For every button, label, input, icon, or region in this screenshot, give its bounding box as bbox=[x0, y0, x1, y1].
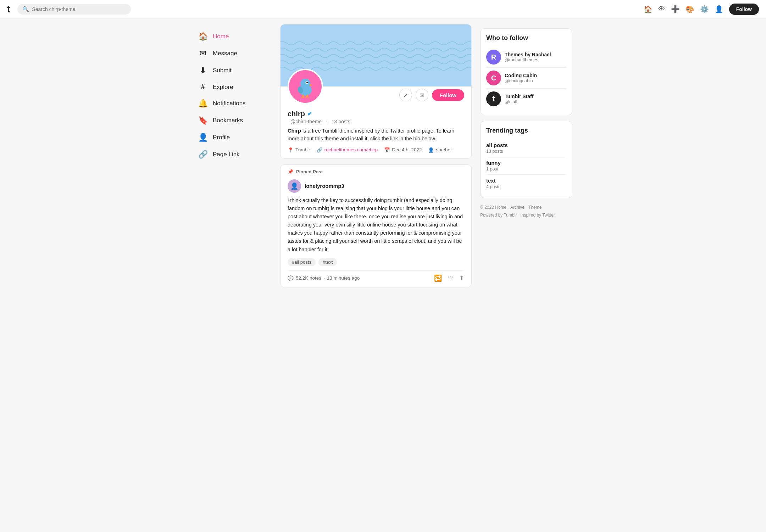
pinned-label: Pinned Post bbox=[296, 169, 323, 174]
avatar bbox=[288, 69, 323, 104]
follow-handle-1: @codingcabin bbox=[505, 78, 566, 83]
follow-handle-2: @staff bbox=[505, 99, 566, 104]
follow-avatar-1: C bbox=[486, 71, 501, 85]
sidebar-label-message: Message bbox=[213, 50, 237, 57]
who-to-follow-widget: Who to follow R Themes by Rachael @racha… bbox=[480, 28, 572, 115]
bookmarks-icon: 🔖 bbox=[198, 116, 208, 125]
follow-item-0[interactable]: R Themes by Rachael @rachaelthemes bbox=[486, 47, 566, 67]
sidebar-item-submit[interactable]: ⬇ Submit bbox=[194, 62, 272, 79]
profile-location: 📍 Tumblr bbox=[288, 147, 310, 153]
location-icon: 📍 bbox=[288, 147, 294, 153]
follow-item-1[interactable]: C Coding Cabin @codingcabin bbox=[486, 68, 566, 88]
share-post-icon[interactable]: ⬆ bbox=[459, 274, 464, 282]
trending-tag-0[interactable]: all posts bbox=[486, 142, 566, 148]
follow-item-2[interactable]: t Tumblr Staff @staff bbox=[486, 89, 566, 109]
follow-info-0: Themes by Rachael @rachaelthemes bbox=[505, 52, 566, 62]
sidebar-label-bookmarks: Bookmarks bbox=[213, 117, 243, 124]
footer-link-home[interactable]: Home bbox=[495, 205, 506, 210]
pinned-header: 📌 Pinned Post bbox=[281, 165, 471, 174]
post-inner: 👤 lonelyroommp3 i think actually the key… bbox=[281, 174, 471, 287]
profile-icon: 👤 bbox=[198, 133, 208, 142]
home-icon: 🏠 bbox=[198, 32, 208, 41]
reblog-icon[interactable]: 🔁 bbox=[434, 274, 442, 282]
notes-separator: · bbox=[323, 275, 325, 281]
post-tags: #all posts #text bbox=[288, 258, 464, 266]
sidebar-item-notifications[interactable]: 🔔 Notifications bbox=[194, 95, 272, 112]
page-layout: 🏠 Home ✉ Message ⬇ Submit # Explore 🔔 No… bbox=[188, 0, 578, 287]
trending-item-2[interactable]: text 4 posts bbox=[486, 175, 566, 192]
submit-icon: ⬇ bbox=[198, 66, 208, 75]
post-author-avatar: 👤 bbox=[288, 179, 301, 193]
sidebar-label-pagelink: Page Link bbox=[213, 151, 240, 158]
footer: © 2022 Home Archive Theme Powered by Tum… bbox=[480, 204, 572, 219]
link-icon: 🔗 bbox=[317, 147, 323, 153]
profile-card: ↗ ✉ Follow chirp ✔ @chirp-theme · 13 pos… bbox=[280, 24, 472, 159]
sidebar-item-bookmarks[interactable]: 🔖 Bookmarks bbox=[194, 112, 272, 129]
profile-name: chirp ✔ bbox=[288, 110, 464, 118]
sidebar-item-pagelink[interactable]: 🔗 Page Link bbox=[194, 146, 272, 163]
topnav-icons: 🏠 👁 ➕ 🎨 ⚙️ 👤 Follow bbox=[644, 4, 759, 15]
eye-nav-icon[interactable]: 👁 bbox=[658, 5, 665, 13]
palette-nav-icon[interactable]: 🎨 bbox=[685, 5, 694, 13]
follow-handle-0: @rachaelthemes bbox=[505, 57, 566, 62]
post-author-row: 👤 lonelyroommp3 bbox=[288, 179, 464, 193]
sidebar-label-profile: Profile bbox=[213, 134, 230, 141]
profile-follow-button[interactable]: Follow bbox=[432, 89, 465, 101]
trending-item-1[interactable]: funny 1 post bbox=[486, 157, 566, 175]
profile-website[interactable]: 🔗 rachaelthemes.com/chirp bbox=[317, 147, 378, 153]
sidebar-label-submit: Submit bbox=[213, 67, 232, 74]
trending-item-0[interactable]: all posts 13 posts bbox=[486, 139, 566, 157]
trending-count-2: 4 posts bbox=[486, 184, 566, 189]
tag-text[interactable]: #text bbox=[318, 258, 337, 266]
trending-tag-1[interactable]: funny bbox=[486, 160, 566, 166]
logo: t bbox=[7, 4, 10, 15]
message-icon: ✉ bbox=[198, 49, 208, 58]
message-button[interactable]: ✉ bbox=[416, 89, 428, 101]
profile-info-row: ↗ ✉ Follow bbox=[281, 69, 471, 108]
sidebar-item-explore[interactable]: # Explore bbox=[194, 79, 272, 95]
profile-bio: Chirp is a free Tumblr theme inspired by… bbox=[288, 127, 464, 143]
tag-all-posts[interactable]: #all posts bbox=[288, 258, 316, 266]
post-count: · 13 posts bbox=[326, 119, 350, 124]
sidebar-item-profile[interactable]: 👤 Profile bbox=[194, 129, 272, 146]
footer-link-archive[interactable]: Archive bbox=[510, 205, 524, 210]
like-icon[interactable]: ♡ bbox=[448, 274, 453, 282]
footer-line-2: Powered by Tumblr Inspired by Twitter bbox=[480, 212, 572, 219]
post-actions: 🔁 ♡ ⬆ bbox=[434, 274, 464, 282]
home-nav-icon[interactable]: 🏠 bbox=[644, 5, 653, 13]
follow-name-1: Coding Cabin bbox=[505, 73, 566, 78]
share-button[interactable]: ↗ bbox=[399, 89, 412, 101]
footer-line-1: © 2022 Home Archive Theme bbox=[480, 204, 572, 212]
sidebar-label-home: Home bbox=[213, 33, 229, 40]
pin-icon: 📌 bbox=[288, 169, 293, 174]
trending-title: Trending tags bbox=[486, 127, 566, 134]
person-nav-icon[interactable]: 👤 bbox=[715, 5, 723, 13]
pagelink-icon: 🔗 bbox=[198, 150, 208, 159]
sidebar-item-home[interactable]: 🏠 Home bbox=[194, 28, 272, 45]
sidebar-label-explore: Explore bbox=[213, 84, 233, 91]
profile-actions: ↗ ✉ Follow bbox=[399, 89, 465, 101]
search-bar[interactable]: 🔍 bbox=[17, 4, 131, 15]
plus-nav-icon[interactable]: ➕ bbox=[671, 5, 680, 13]
follow-name-2: Tumblr Staff bbox=[505, 94, 566, 99]
gear-nav-icon[interactable]: ⚙️ bbox=[700, 5, 709, 13]
who-to-follow-title: Who to follow bbox=[486, 34, 566, 42]
profile-handle: @chirp-theme · 13 posts bbox=[288, 119, 464, 124]
post-footer: 💬 52.2K notes · 13 minutes ago 🔁 ♡ ⬆ bbox=[288, 270, 464, 282]
topnav-follow-button[interactable]: Follow bbox=[729, 4, 759, 15]
search-icon: 🔍 bbox=[22, 6, 29, 12]
profile-pronouns: 👤 she/her bbox=[428, 147, 452, 153]
follow-info-2: Tumblr Staff @staff bbox=[505, 94, 566, 104]
notifications-icon: 🔔 bbox=[198, 99, 208, 108]
sidebar-item-message[interactable]: ✉ Message bbox=[194, 45, 272, 62]
trending-count-1: 1 post bbox=[486, 167, 566, 172]
post-notes[interactable]: 💬 52.2K notes · 13 minutes ago bbox=[288, 275, 360, 281]
post-author-name[interactable]: lonelyroommp3 bbox=[305, 183, 344, 189]
website-link[interactable]: rachaelthemes.com/chirp bbox=[324, 147, 378, 152]
footer-link-theme[interactable]: Theme bbox=[528, 205, 542, 210]
svg-point-5 bbox=[306, 82, 308, 83]
search-input[interactable] bbox=[32, 6, 126, 12]
trending-tag-2[interactable]: text bbox=[486, 178, 566, 184]
follow-avatar-2: t bbox=[486, 91, 501, 106]
person-meta-icon: 👤 bbox=[428, 147, 434, 153]
